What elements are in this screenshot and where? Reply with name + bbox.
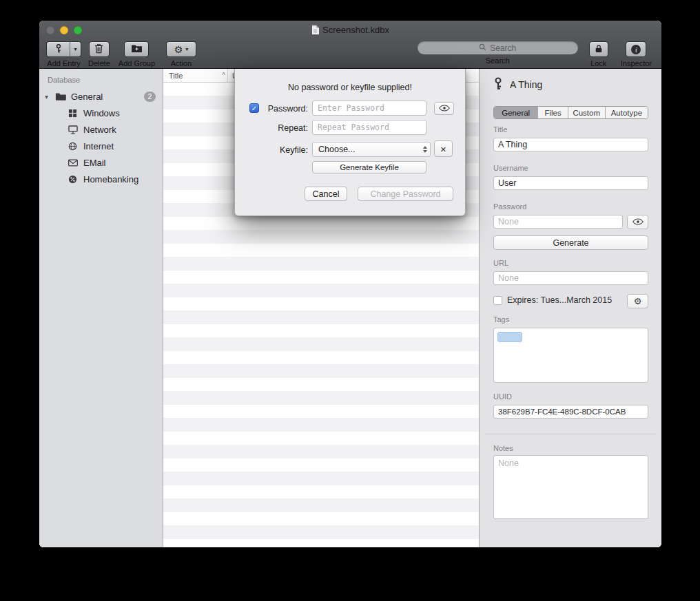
window-header: Screenshot.kdbx ▾ Add Entry xyxy=(39,21,661,69)
add-entry-group: ▾ Add Entry xyxy=(46,41,81,67)
generate-password-button[interactable]: Generate xyxy=(493,235,648,250)
notes-placeholder: None xyxy=(498,458,519,468)
repeat-password-input[interactable]: Repeat Password xyxy=(312,120,426,135)
search-input[interactable]: Search xyxy=(418,41,578,54)
titlebar[interactable]: Screenshot.kdbx xyxy=(39,21,661,39)
count-badge: 2 xyxy=(144,92,156,102)
add-entry-label: Add Entry xyxy=(47,59,80,67)
title-wrap: Screenshot.kdbx xyxy=(311,25,389,35)
sidebar-item-windows[interactable]: Windows xyxy=(39,105,163,121)
tab-autotype[interactable]: Autotype xyxy=(605,107,648,118)
tab-general[interactable]: General xyxy=(494,107,537,118)
keyfile-popup-value: Choose... xyxy=(318,145,356,154)
lock-group: Lock xyxy=(589,41,608,67)
disclosure-triangle-icon[interactable]: ▾ xyxy=(45,93,54,101)
close-x-icon: × xyxy=(440,143,446,155)
uuid-label: UUID xyxy=(493,392,512,401)
notes-textarea[interactable]: None xyxy=(493,455,648,519)
enter-password-input[interactable]: Enter Password xyxy=(312,101,426,116)
lock-icon xyxy=(595,43,603,56)
generate-keyfile-button[interactable]: Generate Keyfile xyxy=(312,161,426,173)
inspector-button[interactable]: i xyxy=(626,41,646,57)
lock-button[interactable] xyxy=(589,41,608,57)
repeat-password-placeholder: Repeat Password xyxy=(318,123,389,132)
zoom-button[interactable] xyxy=(74,26,82,34)
traffic-lights xyxy=(46,21,82,39)
inspector-tabs: General Files Custom Autotype xyxy=(493,106,648,119)
gear-icon: ⚙ xyxy=(174,45,183,54)
keyfile-popup[interactable]: Choose... xyxy=(312,142,431,157)
email-envelope-icon xyxy=(67,158,79,168)
popup-stepper-icon xyxy=(423,146,427,153)
sidebar-item-label: Internet xyxy=(83,141,114,151)
reveal-password-button[interactable] xyxy=(434,102,454,115)
sidebar-item-label: Windows xyxy=(83,108,120,118)
inspector-divider xyxy=(485,434,656,434)
tab-custom[interactable]: Custom xyxy=(568,107,605,118)
sidebar: Database ▾ General 2 Windows Networ xyxy=(39,69,163,547)
action-label: Action xyxy=(171,59,192,67)
delete-button[interactable] xyxy=(89,41,110,57)
cancel-button[interactable]: Cancel xyxy=(305,187,347,201)
password-checkbox[interactable]: ✓ xyxy=(249,103,259,113)
enter-password-placeholder: Enter Password xyxy=(318,103,384,113)
delete-group: Delete xyxy=(88,41,110,67)
sort-ascending-icon: ^ xyxy=(222,72,225,79)
inspector-group: i Inspector xyxy=(621,41,652,67)
url-field[interactable]: None xyxy=(493,271,648,285)
tags-label: Tags xyxy=(493,315,509,324)
sidebar-item-network[interactable]: Network xyxy=(39,121,163,138)
clear-keyfile-button[interactable]: × xyxy=(434,140,453,157)
action-button[interactable]: ⚙ ▾ xyxy=(166,41,196,57)
window-title: Screenshot.kdbx xyxy=(322,25,389,35)
sidebar-item-general[interactable]: ▾ General 2 xyxy=(39,88,163,105)
search-placeholder: Search xyxy=(490,43,516,53)
username-field[interactable]: User xyxy=(493,176,648,190)
add-entry-button[interactable] xyxy=(46,41,70,57)
sidebar-item-email[interactable]: EMail xyxy=(39,154,163,171)
document-icon xyxy=(311,25,319,34)
sidebar-item-homebanking[interactable]: Homebanking xyxy=(39,171,163,187)
title-field[interactable]: A Thing xyxy=(493,138,648,151)
password-field[interactable]: None xyxy=(493,215,623,229)
entry-title: A Thing xyxy=(510,79,542,90)
tab-files[interactable]: Files xyxy=(537,107,567,118)
tags-box[interactable] xyxy=(493,328,648,383)
column-header-title[interactable]: Title ^ xyxy=(163,69,227,82)
key-icon xyxy=(492,77,504,92)
uuid-value: 38F629B7-FC4E-489C-8DCF-0CAB xyxy=(498,408,626,416)
sidebar-item-label: EMail xyxy=(83,158,106,168)
expires-checkbox[interactable] xyxy=(493,296,502,305)
expires-label: Expires: Tues...March 2015 xyxy=(507,295,612,305)
minimize-button[interactable] xyxy=(60,26,68,34)
network-icon xyxy=(67,125,79,135)
internet-globe-icon xyxy=(67,141,79,151)
change-password-button[interactable]: Change Password xyxy=(358,187,453,201)
windows-icon xyxy=(67,108,79,118)
eye-icon xyxy=(439,103,450,114)
change-password-dialog: No password or keyfile supplied! ✓ Passw… xyxy=(234,69,466,216)
homebanking-percent-icon xyxy=(67,174,79,184)
dialog-message: No password or keyfile supplied! xyxy=(235,83,465,92)
notes-label: Notes xyxy=(493,444,513,452)
search-label: Search xyxy=(486,56,510,65)
inspector-panel: A Thing General Files Custom Autotype Ti… xyxy=(479,69,661,547)
password-field-label: Password xyxy=(493,202,526,211)
sidebar-item-internet[interactable]: Internet xyxy=(39,138,163,154)
add-group-button[interactable] xyxy=(124,41,149,57)
reveal-password-button[interactable] xyxy=(627,215,648,229)
delete-label: Delete xyxy=(88,59,110,67)
url-field-label: URL xyxy=(493,259,508,267)
add-entry-dropdown[interactable]: ▾ xyxy=(70,41,81,57)
sidebar-item-label: General xyxy=(71,92,103,102)
close-button[interactable] xyxy=(46,26,54,34)
uuid-field[interactable]: 38F629B7-FC4E-489C-8DCF-0CAB xyxy=(493,405,648,419)
add-group-group: Add Group xyxy=(119,41,155,67)
expires-settings-button[interactable]: ⚙ xyxy=(627,294,648,308)
search-group: Search Search xyxy=(418,41,578,65)
sidebar-item-label: Homebanking xyxy=(83,174,138,184)
key-icon xyxy=(54,43,63,56)
tag-pill[interactable] xyxy=(497,332,522,342)
password-field-placeholder: None xyxy=(498,217,519,226)
add-group-label: Add Group xyxy=(119,59,155,67)
